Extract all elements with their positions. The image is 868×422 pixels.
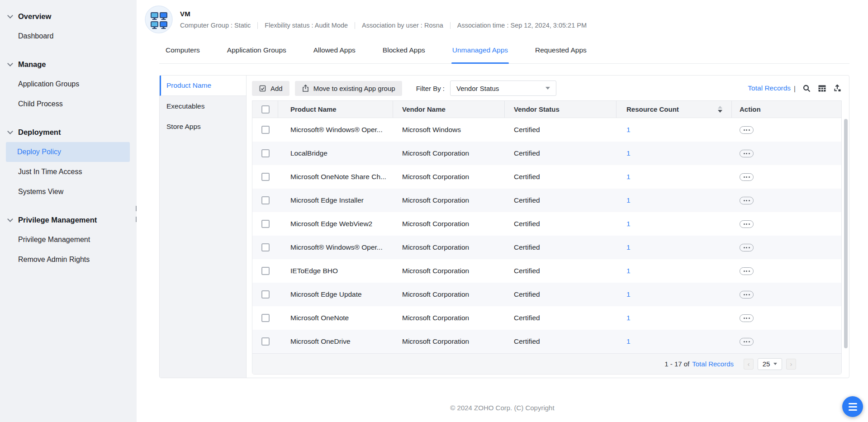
total-records-link[interactable]: Total Records xyxy=(748,84,791,92)
vendor-name-cell: Microsoft Corporation xyxy=(393,283,505,306)
resource-count-link[interactable]: 1 xyxy=(626,149,631,157)
row-actions-button[interactable] xyxy=(740,173,754,181)
table-row: Microsoft® Windows® Oper... Microsoft Co… xyxy=(252,236,841,259)
pagination-bar: 1 - 17 of Total Records ‹ 25 › xyxy=(252,353,841,374)
product-name-cell: Microsoft OneDrive xyxy=(278,330,393,353)
resource-count-link[interactable]: 1 xyxy=(626,314,631,322)
sidebar-item[interactable]: Just In Time Access xyxy=(0,162,137,182)
vendor-name-cell: Microsoft Corporation xyxy=(393,259,505,283)
row-actions-button[interactable] xyxy=(740,244,754,251)
resource-count-link[interactable]: 1 xyxy=(626,126,631,134)
column-header-product-name[interactable]: Product Name xyxy=(278,101,393,118)
row-checkbox[interactable] xyxy=(261,337,270,346)
column-chooser-grid-icon[interactable] xyxy=(818,85,826,92)
vendor-status-cell: Certified xyxy=(505,236,617,259)
sidebar-item[interactable]: Deployment xyxy=(0,122,137,142)
pagination-total-records-link[interactable]: Total Records xyxy=(692,360,734,368)
table-scrollbar[interactable] xyxy=(844,119,848,348)
panel-tab[interactable]: Executables xyxy=(160,96,246,116)
row-checkbox[interactable] xyxy=(261,126,270,134)
panel-tab[interactable]: Product Name xyxy=(160,76,246,96)
sort-icon[interactable] xyxy=(718,106,722,113)
product-name-cell: IEToEdge BHO xyxy=(278,259,393,283)
tab[interactable]: Blocked Apps xyxy=(382,42,426,63)
add-button-label: Add xyxy=(270,85,283,92)
tab[interactable]: Unmanaged Apps xyxy=(451,42,509,63)
row-actions-button[interactable] xyxy=(740,150,754,157)
resource-count-link[interactable]: 1 xyxy=(626,290,631,299)
prev-page-button[interactable]: ‹ xyxy=(744,359,754,370)
chevron-down-icon xyxy=(773,363,777,365)
app-type-panel: Product Name Executables Store Apps xyxy=(160,76,247,378)
row-actions-button[interactable] xyxy=(740,126,754,134)
resource-count-link[interactable]: 1 xyxy=(626,267,631,275)
resource-count-link[interactable]: 1 xyxy=(626,337,631,346)
row-checkbox[interactable] xyxy=(261,196,270,204)
chevron-down-icon xyxy=(7,128,13,134)
sidebar-item[interactable]: Manage xyxy=(0,54,137,74)
vendor-name-cell: Microsoft Corporation xyxy=(393,189,505,212)
sidebar-item[interactable]: Privilege Management xyxy=(0,210,137,230)
select-all-checkbox[interactable] xyxy=(261,105,270,114)
product-name-cell: Microsoft Edge Update xyxy=(278,283,393,306)
row-checkbox[interactable] xyxy=(261,173,270,181)
row-actions-button[interactable] xyxy=(740,291,754,299)
row-checkbox[interactable] xyxy=(261,290,270,299)
row-actions-button[interactable] xyxy=(740,267,754,275)
page-title: VM xyxy=(180,10,587,18)
unmanaged-apps-table: Product Name Vendor Name Vendor Status R… xyxy=(252,100,842,375)
sidebar-item[interactable]: Child Process xyxy=(0,94,137,114)
row-actions-button[interactable] xyxy=(740,338,754,346)
sidebar-item[interactable]: Deploy Policy xyxy=(6,142,130,162)
vendor-name-cell: Microsoft Corporation xyxy=(393,236,505,259)
page-size-select[interactable]: 25 xyxy=(758,358,782,370)
product-name-cell: Microsoft Edge Installer xyxy=(278,189,393,212)
sidebar-item[interactable]: Remove Admin Rights xyxy=(0,250,137,270)
sidebar-item[interactable]: Overview xyxy=(0,6,137,26)
vendor-name-cell: Microsoft Corporation xyxy=(393,165,505,189)
row-checkbox[interactable] xyxy=(261,149,270,157)
column-header-vendor-name[interactable]: Vendor Name xyxy=(393,101,505,118)
column-header-action: Action xyxy=(732,101,841,118)
tab-label: Application Groups xyxy=(227,46,286,54)
sidebar-item[interactable]: Dashboard xyxy=(0,26,137,46)
row-checkbox[interactable] xyxy=(261,243,270,251)
tab[interactable]: Computers xyxy=(165,42,201,63)
sidebar-item[interactable]: Application Groups xyxy=(0,74,137,94)
row-checkbox[interactable] xyxy=(261,220,270,228)
filter-dropdown[interactable]: Vendor Status xyxy=(450,81,556,96)
tab-label: Requested Apps xyxy=(535,46,587,54)
filter-by-label: Filter By : xyxy=(416,85,445,92)
tab[interactable]: Requested Apps xyxy=(534,42,588,63)
row-actions-button[interactable] xyxy=(740,314,754,322)
export-icon[interactable] xyxy=(833,84,842,92)
row-actions-button[interactable] xyxy=(740,220,754,228)
resource-count-link[interactable]: 1 xyxy=(626,243,631,251)
tab[interactable]: Allowed Apps xyxy=(313,42,356,63)
resource-count-link[interactable]: 1 xyxy=(626,220,631,228)
panel-tab[interactable]: Store Apps xyxy=(160,116,246,137)
resource-count-link[interactable]: 1 xyxy=(626,173,631,181)
sidebar-item[interactable]: Privilege Management xyxy=(0,230,137,250)
quick-actions-fab[interactable] xyxy=(842,396,863,417)
table-area: Add Move to existing App group Filter By… xyxy=(247,76,849,378)
tab[interactable]: Application Groups xyxy=(226,42,287,63)
column-header-vendor-status[interactable]: Vendor Status xyxy=(505,101,617,118)
product-name-cell: Microsoft OneNote xyxy=(278,306,393,330)
next-page-button[interactable]: › xyxy=(786,359,796,370)
entity-header: VM Computer Group : Static Flexbility st… xyxy=(137,0,868,35)
sidebar-item-label: Dashboard xyxy=(18,32,53,40)
add-button[interactable]: Add xyxy=(252,81,289,96)
computer-group-avatar-icon xyxy=(145,5,173,33)
row-actions-button[interactable] xyxy=(740,197,754,204)
meta-text: Computer Group : Static xyxy=(180,22,251,29)
row-checkbox[interactable] xyxy=(261,314,270,322)
column-header-resource-count[interactable]: Resource Count xyxy=(617,101,732,118)
resource-count-link[interactable]: 1 xyxy=(626,196,631,204)
meta-text: Association by user : Rosna xyxy=(362,22,443,29)
move-to-app-group-button[interactable]: Move to existing App group xyxy=(295,81,402,96)
table-body: Microsoft® Windows® Oper... Microsoft Wi… xyxy=(252,118,841,353)
sidebar-item[interactable]: Systems View xyxy=(0,182,137,202)
row-checkbox[interactable] xyxy=(261,267,270,275)
search-icon[interactable] xyxy=(802,84,811,93)
